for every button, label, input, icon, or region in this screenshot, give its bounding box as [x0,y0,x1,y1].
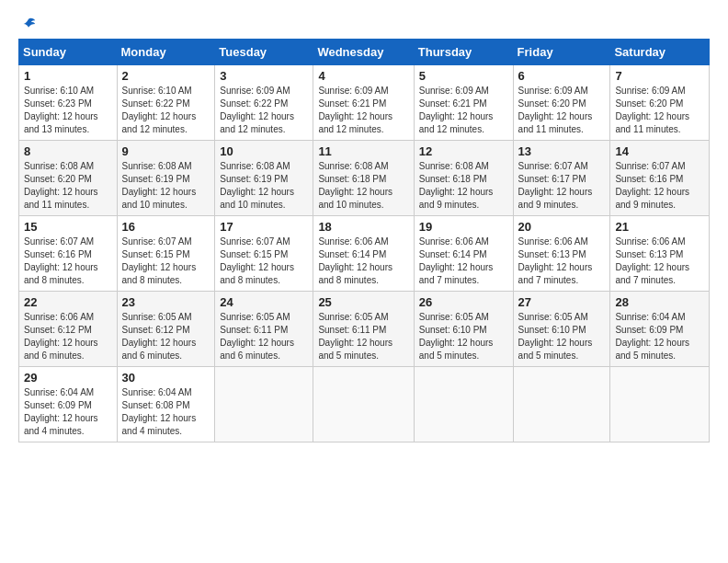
weekday-header: Friday [513,40,610,65]
weekday-header: Saturday [610,40,710,65]
calendar-cell: 1 Sunrise: 6:10 AM Sunset: 6:23 PM Dayli… [19,65,118,141]
day-number: 28 [615,295,704,309]
calendar-cell: 9 Sunrise: 6:08 AM Sunset: 6:19 PM Dayli… [117,141,215,216]
day-number: 11 [318,144,408,158]
day-info: Sunrise: 6:09 AM Sunset: 6:20 PM Dayligh… [615,85,704,136]
calendar-cell: 22 Sunrise: 6:06 AM Sunset: 6:12 PM Dayl… [19,292,118,367]
day-info: Sunrise: 6:07 AM Sunset: 6:15 PM Dayligh… [122,236,210,287]
calendar-cell: 2 Sunrise: 6:10 AM Sunset: 6:22 PM Dayli… [117,65,215,141]
day-info: Sunrise: 6:08 AM Sunset: 6:19 PM Dayligh… [122,160,210,212]
calendar-cell [513,367,610,442]
day-info: Sunrise: 6:05 AM Sunset: 6:11 PM Dayligh… [220,311,308,362]
day-info: Sunrise: 6:04 AM Sunset: 6:09 PM Dayligh… [615,311,704,362]
day-number: 5 [419,69,508,83]
day-number: 4 [318,69,408,83]
weekday-header: Monday [117,40,215,65]
day-info: Sunrise: 6:05 AM Sunset: 6:10 PM Dayligh… [518,311,606,362]
day-info: Sunrise: 6:07 AM Sunset: 6:17 PM Dayligh… [518,160,606,212]
calendar-cell: 14 Sunrise: 6:07 AM Sunset: 6:16 PM Dayl… [610,141,710,216]
calendar-cell [215,367,313,442]
day-info: Sunrise: 6:07 AM Sunset: 6:15 PM Dayligh… [220,236,308,287]
day-number: 29 [24,371,112,385]
day-number: 14 [615,144,704,158]
day-info: Sunrise: 6:08 AM Sunset: 6:20 PM Dayligh… [24,160,112,212]
calendar-cell: 6 Sunrise: 6:09 AM Sunset: 6:20 PM Dayli… [513,65,610,141]
day-info: Sunrise: 6:09 AM Sunset: 6:21 PM Dayligh… [318,85,408,136]
day-info: Sunrise: 6:10 AM Sunset: 6:22 PM Dayligh… [122,85,210,136]
day-number: 7 [615,69,704,83]
calendar-cell: 24 Sunrise: 6:05 AM Sunset: 6:11 PM Dayl… [215,292,313,367]
calendar-cell: 25 Sunrise: 6:05 AM Sunset: 6:11 PM Dayl… [313,292,414,367]
day-info: Sunrise: 6:09 AM Sunset: 6:22 PM Dayligh… [220,85,308,136]
calendar-cell: 21 Sunrise: 6:06 AM Sunset: 6:13 PM Dayl… [610,216,710,292]
day-number: 2 [122,69,210,83]
day-info: Sunrise: 6:06 AM Sunset: 6:14 PM Dayligh… [419,236,508,287]
day-number: 16 [122,220,210,234]
calendar-cell: 8 Sunrise: 6:08 AM Sunset: 6:20 PM Dayli… [19,141,118,216]
calendar-cell: 28 Sunrise: 6:04 AM Sunset: 6:09 PM Dayl… [610,292,710,367]
calendar-cell: 13 Sunrise: 6:07 AM Sunset: 6:17 PM Dayl… [513,141,610,216]
calendar-cell: 16 Sunrise: 6:07 AM Sunset: 6:15 PM Dayl… [117,216,215,292]
day-number: 18 [318,220,408,234]
day-number: 20 [518,220,606,234]
day-number: 21 [615,220,704,234]
day-info: Sunrise: 6:06 AM Sunset: 6:14 PM Dayligh… [318,236,408,287]
day-info: Sunrise: 6:04 AM Sunset: 6:09 PM Dayligh… [24,386,112,438]
day-info: Sunrise: 6:09 AM Sunset: 6:20 PM Dayligh… [518,85,606,136]
day-number: 12 [419,144,508,158]
day-number: 19 [419,220,508,234]
calendar-cell: 29 Sunrise: 6:04 AM Sunset: 6:09 PM Dayl… [19,367,118,442]
calendar-week-row: 8 Sunrise: 6:08 AM Sunset: 6:20 PM Dayli… [19,141,710,216]
calendar-cell: 23 Sunrise: 6:05 AM Sunset: 6:12 PM Dayl… [117,292,215,367]
day-info: Sunrise: 6:08 AM Sunset: 6:18 PM Dayligh… [318,160,408,212]
day-number: 13 [518,144,606,158]
calendar-cell: 10 Sunrise: 6:08 AM Sunset: 6:19 PM Dayl… [215,141,313,216]
calendar-cell: 30 Sunrise: 6:04 AM Sunset: 6:08 PM Dayl… [117,367,215,442]
day-number: 22 [24,295,112,309]
calendar-week-row: 15 Sunrise: 6:07 AM Sunset: 6:16 PM Dayl… [19,216,710,292]
weekday-header: Tuesday [215,40,313,65]
day-info: Sunrise: 6:10 AM Sunset: 6:23 PM Dayligh… [24,85,112,136]
day-number: 17 [220,220,308,234]
day-info: Sunrise: 6:09 AM Sunset: 6:21 PM Dayligh… [419,85,508,136]
calendar-cell: 4 Sunrise: 6:09 AM Sunset: 6:21 PM Dayli… [313,65,414,141]
day-info: Sunrise: 6:06 AM Sunset: 6:12 PM Dayligh… [24,311,112,362]
day-number: 30 [122,371,210,385]
day-number: 3 [220,69,308,83]
day-number: 23 [122,295,210,309]
day-info: Sunrise: 6:04 AM Sunset: 6:08 PM Dayligh… [122,386,210,438]
calendar-cell: 3 Sunrise: 6:09 AM Sunset: 6:22 PM Dayli… [215,65,313,141]
calendar-cell: 12 Sunrise: 6:08 AM Sunset: 6:18 PM Dayl… [414,141,513,216]
day-info: Sunrise: 6:05 AM Sunset: 6:12 PM Dayligh… [122,311,210,362]
calendar-cell: 17 Sunrise: 6:07 AM Sunset: 6:15 PM Dayl… [215,216,313,292]
day-number: 15 [24,220,112,234]
calendar-cell [414,367,513,442]
day-info: Sunrise: 6:05 AM Sunset: 6:11 PM Dayligh… [318,311,408,362]
day-number: 9 [122,144,210,158]
day-number: 26 [419,295,508,309]
calendar-cell [610,367,710,442]
day-info: Sunrise: 6:08 AM Sunset: 6:18 PM Dayligh… [419,160,508,212]
weekday-header: Sunday [19,40,118,65]
calendar-cell: 18 Sunrise: 6:06 AM Sunset: 6:14 PM Dayl… [313,216,414,292]
calendar-cell: 19 Sunrise: 6:06 AM Sunset: 6:14 PM Dayl… [414,216,513,292]
day-info: Sunrise: 6:07 AM Sunset: 6:16 PM Dayligh… [615,160,704,212]
calendar-cell: 11 Sunrise: 6:08 AM Sunset: 6:18 PM Dayl… [313,141,414,216]
calendar-cell: 5 Sunrise: 6:09 AM Sunset: 6:21 PM Dayli… [414,65,513,141]
calendar-header-row: SundayMondayTuesdayWednesdayThursdayFrid… [19,40,710,65]
day-number: 10 [220,144,308,158]
calendar-week-row: 22 Sunrise: 6:06 AM Sunset: 6:12 PM Dayl… [19,292,710,367]
day-number: 27 [518,295,606,309]
calendar-cell [313,367,414,442]
day-number: 6 [518,69,606,83]
header [18,17,710,33]
calendar-cell: 7 Sunrise: 6:09 AM Sunset: 6:20 PM Dayli… [610,65,710,141]
day-number: 25 [318,295,408,309]
calendar-cell: 20 Sunrise: 6:06 AM Sunset: 6:13 PM Dayl… [513,216,610,292]
calendar-cell: 15 Sunrise: 6:07 AM Sunset: 6:16 PM Dayl… [19,216,118,292]
day-number: 1 [24,69,112,83]
day-number: 8 [24,144,112,158]
calendar-cell: 26 Sunrise: 6:05 AM Sunset: 6:10 PM Dayl… [414,292,513,367]
calendar-table: SundayMondayTuesdayWednesdayThursdayFrid… [18,39,710,442]
day-info: Sunrise: 6:07 AM Sunset: 6:16 PM Dayligh… [24,236,112,287]
